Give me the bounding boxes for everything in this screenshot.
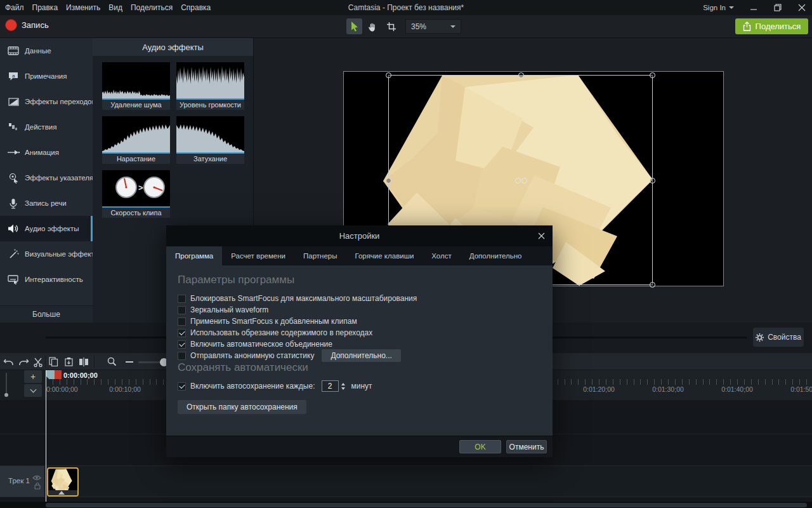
cut-button[interactable] <box>30 354 46 369</box>
track-options-button[interactable] <box>24 384 42 397</box>
copy-button[interactable] <box>46 354 61 369</box>
checkbox <box>178 329 186 337</box>
checkbox <box>178 295 186 303</box>
menu-view[interactable]: Вид <box>108 3 122 12</box>
playhead-line[interactable] <box>46 370 46 502</box>
checkbox <box>178 318 186 326</box>
pan-tool-button[interactable] <box>365 18 381 34</box>
sidebar-item-media[interactable]: Данные <box>0 38 93 64</box>
selection-handle[interactable] <box>386 178 391 184</box>
interactivity-icon <box>6 274 20 284</box>
playhead-in-marker[interactable] <box>46 370 55 379</box>
paste-button[interactable] <box>61 354 76 369</box>
menu-help[interactable]: Справка <box>181 3 211 12</box>
track-height-slider-handle[interactable] <box>4 393 8 397</box>
menu-file[interactable]: Файл <box>5 3 24 12</box>
effect-card-noise-removal[interactable]: Удаление шума <box>102 62 170 110</box>
record-icon <box>5 19 17 31</box>
selection-handle[interactable] <box>518 72 524 78</box>
record-button[interactable]: Запись <box>5 19 49 31</box>
checkbox-row[interactable]: Включить автоматическое объединение <box>178 338 541 350</box>
autosave-interval-input[interactable]: 2 <box>322 380 339 392</box>
minimize-button[interactable] <box>750 4 757 11</box>
checkbox-row[interactable]: Блокировать SmartFocus для максимального… <box>178 293 541 304</box>
dialog-titlebar: Настройки <box>166 225 553 246</box>
timeline-scrollbar-thumb[interactable] <box>46 503 807 507</box>
waveform-thumbnail <box>176 62 244 100</box>
advanced-button[interactable]: Дополнительно... <box>322 349 400 362</box>
checkbox-row[interactable]: Применить SmartFocus к добавленным клипа… <box>178 316 541 327</box>
sidebar-item-behaviors[interactable]: Действия <box>0 114 93 140</box>
playhead-time: 0:00:00;00 <box>63 371 98 379</box>
selection-handle[interactable] <box>650 282 655 288</box>
crop-tool-button[interactable] <box>383 18 399 34</box>
checkbox <box>178 382 186 391</box>
svg-text:a: a <box>12 73 15 79</box>
sidebar-item-cursor-effects[interactable]: Эффекты указателя <box>0 165 93 190</box>
split-button[interactable] <box>76 354 91 369</box>
checkbox-row[interactable]: Отправлять анонимную статистикуДополните… <box>178 350 541 361</box>
properties-button[interactable]: Свойства <box>753 328 804 347</box>
checkbox-row[interactable]: Использовать обрезание содержимого в пер… <box>178 327 541 338</box>
selection-handle[interactable] <box>650 178 655 184</box>
undo-button[interactable] <box>1 354 16 369</box>
menu-share[interactable]: Поделиться <box>131 3 173 12</box>
sidebar-item-interactivity[interactable]: Интерактивность <box>0 267 93 292</box>
sidebar-more-button[interactable]: Больше <box>0 305 93 323</box>
selection-center-anchor[interactable] <box>515 178 521 184</box>
sidebar-item-voice-narration[interactable]: Запись речи <box>0 190 93 216</box>
cancel-button[interactable]: Отменить <box>506 440 547 453</box>
track-1-lane: Трек 1 <box>0 465 812 497</box>
open-autosave-folder-button[interactable]: Открыть папку автосохранения <box>178 400 306 414</box>
sign-in-button[interactable]: Sign In <box>703 4 734 11</box>
share-button[interactable]: Поделиться <box>735 18 808 34</box>
autosave-row[interactable]: Включить автосохранение каждые: 2 минут <box>178 380 541 392</box>
crop-icon <box>386 22 396 32</box>
restore-button[interactable] <box>774 4 782 11</box>
redo-button[interactable] <box>16 354 31 369</box>
menu-modify[interactable]: Изменить <box>66 3 100 12</box>
clip-expand-icon <box>58 491 65 495</box>
timeline-clip[interactable] <box>47 467 79 497</box>
timeline-scrollbar <box>0 502 812 508</box>
effect-card-volume[interactable]: Уровень громкости <box>176 62 244 110</box>
sidebar-item-transitions[interactable]: Эффекты переходов <box>0 89 93 114</box>
playhead-out-marker[interactable] <box>55 370 62 379</box>
sidebar-item-visual-effects[interactable]: Визуальные эффекты <box>0 241 93 267</box>
animation-icon <box>6 149 20 156</box>
zoom-out-button[interactable] <box>122 354 137 369</box>
zoom-level-dropdown[interactable]: 35% <box>405 19 461 34</box>
checkbox-row[interactable]: Зеркальный waveform <box>178 304 541 316</box>
sidebar-item-audio-effects[interactable]: Аудио эффекты <box>0 216 93 241</box>
zoom-timeline-button[interactable] <box>104 354 119 369</box>
effect-card-clip-speed[interactable]: > Скорость клипа <box>102 170 170 218</box>
selection-handle[interactable] <box>386 72 391 78</box>
autosave-interval-stepper[interactable] <box>340 380 346 392</box>
track-lock-icon[interactable] <box>34 481 41 492</box>
select-tool-button[interactable] <box>346 18 362 34</box>
menu-edit[interactable]: Правка <box>32 3 58 12</box>
dialog-close-button[interactable] <box>536 231 546 241</box>
track-name: Трек 1 <box>8 477 30 485</box>
tab-hotkeys[interactable]: Горячие клавиши <box>346 246 423 265</box>
sidebar: Данные aПримечания Эффекты переходов Дей… <box>0 38 93 323</box>
effect-card-fade-in[interactable]: Нарастание <box>102 116 170 164</box>
add-track-button[interactable]: + <box>24 370 42 383</box>
close-button[interactable] <box>798 4 806 11</box>
tab-partners[interactable]: Партнеры <box>294 246 346 265</box>
effect-card-fade-out[interactable]: Затухание <box>176 116 244 164</box>
ok-button[interactable]: OK <box>459 440 501 453</box>
selection-handle[interactable] <box>650 72 655 78</box>
close-icon <box>798 4 806 11</box>
clip-thumbnail <box>48 469 77 493</box>
svg-text:>: > <box>138 183 143 192</box>
clock-thumbnail: > <box>102 170 170 208</box>
checkbox <box>178 352 186 360</box>
tab-program[interactable]: Программа <box>166 246 222 265</box>
tab-timing[interactable]: Расчет времени <box>222 246 294 265</box>
tab-advanced[interactable]: Дополнительно <box>461 246 531 265</box>
sidebar-item-annotations[interactable]: aПримечания <box>0 64 93 89</box>
sidebar-item-animations[interactable]: Анимация <box>0 140 93 165</box>
tab-canvas[interactable]: Холст <box>422 246 460 265</box>
selection-center-anchor[interactable] <box>521 178 527 184</box>
